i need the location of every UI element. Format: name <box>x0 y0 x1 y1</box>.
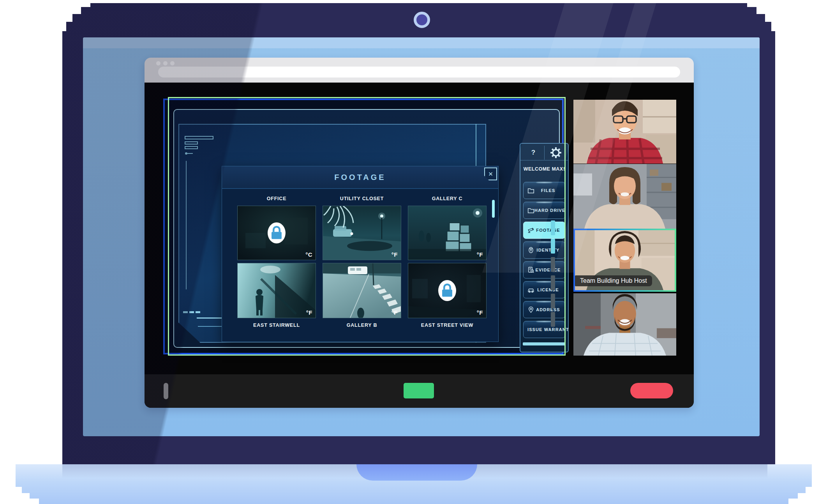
temperature-unit: °F <box>391 251 398 258</box>
fingerprint-icon <box>527 247 534 254</box>
game-inner-frame: FOOTAGE ✕ OFFICE UTILITY CLOSET GALLERY … <box>173 109 560 348</box>
temperature-unit: °F <box>477 309 483 316</box>
sidebar-item-label: ADDRESS <box>534 307 562 312</box>
sidebar-item-license[interactable]: LICENSE <box>523 281 565 298</box>
window-control-dot[interactable] <box>156 61 160 65</box>
sidebar-item-label: HARD DRIVE <box>534 208 565 213</box>
folder-icon <box>527 187 534 194</box>
video-participant-1[interactable] <box>573 100 676 164</box>
window-control-dot[interactable] <box>163 61 168 65</box>
help-button[interactable]: ? <box>527 147 539 159</box>
camera-feed-gallery-c[interactable]: °F <box>408 206 487 260</box>
camera-feed-office[interactable]: °C <box>237 206 316 260</box>
address-bar[interactable] <box>158 67 680 78</box>
scroll-segment[interactable] <box>551 312 555 327</box>
scroll-segment[interactable] <box>551 257 555 272</box>
sidebar-item-footage[interactable]: FOOTAGE <box>523 222 565 239</box>
sidebar-item-label: IDENTITY <box>534 248 562 252</box>
host-name-badge: Team Building Hub Host <box>575 275 652 286</box>
decor-bar <box>185 136 213 139</box>
decor-bar <box>185 141 198 145</box>
button-shine <box>536 321 552 322</box>
scroll-segment[interactable] <box>551 239 555 254</box>
camera-feed-art <box>323 206 401 260</box>
side-control-handle[interactable] <box>164 383 168 399</box>
decor-dash <box>183 311 188 313</box>
folder-icon <box>527 207 534 214</box>
laptop-base <box>16 464 812 504</box>
video-participant-2[interactable] <box>573 164 676 229</box>
primary-action-button[interactable] <box>404 383 434 398</box>
camera-label: UTILITY CLOSET <box>323 194 401 203</box>
sidebar-item-label: LICENSE <box>534 287 562 292</box>
help-icon: ? <box>531 149 535 156</box>
scroll-segment[interactable] <box>551 220 555 235</box>
hinge-notch <box>356 464 477 481</box>
temperature-unit: °F <box>477 251 483 258</box>
decor-dash <box>196 311 200 313</box>
laptop-illustration: FOOTAGE ✕ OFFICE UTILITY CLOSET GALLERY … <box>0 0 827 504</box>
decor-line <box>197 317 225 319</box>
sidebar-item-hard-drive[interactable]: HARD DRIVE <box>523 202 565 219</box>
locked-feed-badge <box>438 280 456 301</box>
participant-video: Team Building Hub Host <box>575 230 675 290</box>
scroll-segment[interactable] <box>551 294 555 308</box>
button-shine <box>536 261 552 263</box>
decor-line <box>187 153 193 154</box>
window-control-dot[interactable] <box>170 61 175 65</box>
car-icon <box>527 286 534 293</box>
participant-portrait <box>573 100 676 164</box>
camera-label: GALLERY C <box>408 194 487 203</box>
temperature-unit: °F <box>306 309 312 316</box>
sidebar-item-label: ISSUE WARRANT <box>527 327 569 332</box>
sidebar-item-label: EVIDENCE <box>534 268 562 272</box>
sidebar-item-files[interactable]: FILES <box>523 182 565 199</box>
sidebar-item-label: FILES <box>534 188 562 193</box>
modal-scrollbar[interactable] <box>492 200 495 218</box>
scroll-segment[interactable] <box>551 275 555 290</box>
browser-window: FOOTAGE ✕ OFFICE UTILITY CLOSET GALLERY … <box>145 58 694 408</box>
video-participant-4[interactable] <box>573 293 676 356</box>
sidebar-bottom-bar <box>523 342 566 345</box>
sidebar-item-issue-warrant[interactable]: ISSUE WARRANT <box>523 321 565 338</box>
map-pin-icon <box>527 306 534 313</box>
camera-feed-art <box>238 263 316 318</box>
decor-line <box>186 161 187 289</box>
sidebar-item-label: FOOTAGE <box>534 228 562 233</box>
participant-portrait <box>573 293 676 356</box>
button-shine <box>536 202 552 203</box>
camera-label: EAST STREET VIEW <box>408 321 487 330</box>
modal-title: FOOTAGE <box>222 166 498 188</box>
sidebar-item-identity[interactable]: IDENTITY <box>523 241 565 259</box>
divider <box>544 146 545 160</box>
camera-feed-east-stairwell[interactable]: °F <box>237 263 316 318</box>
button-shine <box>536 241 552 243</box>
button-shine <box>536 281 552 282</box>
button-shine <box>536 301 552 302</box>
lock-icon <box>438 280 456 301</box>
call-control-bar <box>145 374 694 408</box>
document-magnifier-icon <box>527 266 534 273</box>
sidebar-item-address[interactable]: ADDRESS <box>523 301 565 318</box>
cctv-camera-icon <box>527 227 534 234</box>
decor-dash <box>189 311 194 313</box>
button-shine <box>536 182 552 183</box>
leave-call-button[interactable] <box>630 383 673 398</box>
browser-chrome <box>145 58 694 83</box>
video-participant-3-host[interactable]: Team Building Hub Host <box>573 229 676 292</box>
camera-label: OFFICE <box>237 194 316 203</box>
footage-modal: FOOTAGE ✕ OFFICE UTILITY CLOSET GALLERY … <box>222 166 499 342</box>
camera-feed-east-street-view[interactable]: °F <box>408 263 487 318</box>
camera-feed-gallery-b[interactable]: °F <box>323 263 401 318</box>
decor-bar <box>185 146 198 149</box>
temperature-unit: °F <box>391 309 398 316</box>
camera-label: EAST STAIRWELL <box>237 321 316 330</box>
settings-button[interactable] <box>550 147 562 159</box>
camera-grid: OFFICE UTILITY CLOSET GALLERY C <box>237 194 487 330</box>
close-icon: ✕ <box>488 171 493 177</box>
camera-feed-art <box>408 206 486 260</box>
camera-feed-utility-closet[interactable]: °F <box>323 206 401 260</box>
sidebar-item-evidence[interactable]: EVIDENCE <box>523 261 565 278</box>
divider <box>520 160 568 160</box>
camera-label: GALLERY B <box>323 321 401 330</box>
